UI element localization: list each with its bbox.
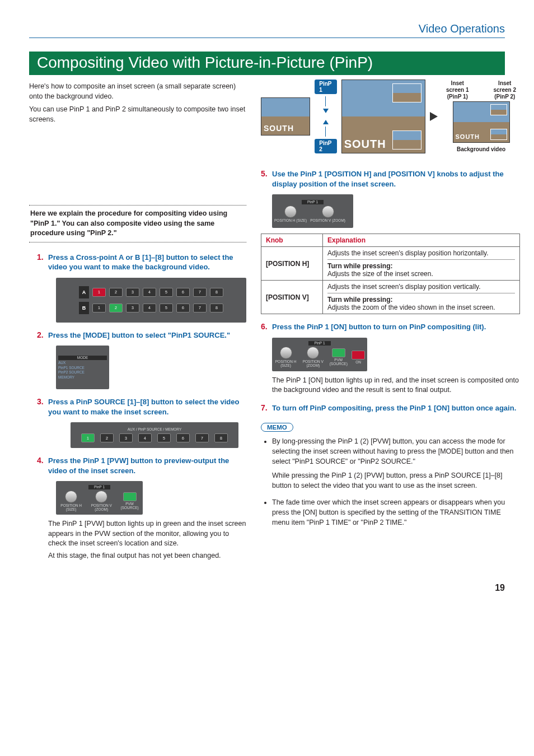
knob-v-line2: Adjusts the zoom of the video shown in t… [327, 304, 495, 311]
button-b4: 4 [143, 304, 156, 312]
knob-table-h2: Explanation [323, 234, 520, 247]
step-5: 5. Use the PinP 1 [POSITION H] and [POSI… [261, 169, 520, 228]
button-b7: 7 [193, 304, 207, 312]
src-7: 7 [195, 433, 209, 442]
mini-inset-2 [392, 130, 421, 150]
step-number: 7. [261, 403, 272, 412]
figure-crosspoint: A 1 2 3 4 5 6 7 8 B 1 2 3 [56, 278, 246, 323]
button-a1: 1 [92, 288, 106, 297]
knob-v-desc: Adjusts the inset screen's display posit… [323, 281, 520, 314]
knob-v-turn: Turn while pressing: [327, 296, 392, 304]
figure-source: AUX / PinP SOURCE / MEMORY 1 2 3 4 5 6 7… [71, 422, 238, 448]
step-6-body: The PinP 1 [ON] button lights up in red,… [272, 376, 520, 395]
page-number: 19 [29, 583, 505, 593]
inset2-line2: (PinP 2) [494, 94, 515, 100]
mini-inset-1 [392, 83, 421, 102]
inset1-label: Inset screen 1 (PinP 1) [442, 80, 473, 100]
step-number: 5. [261, 169, 272, 178]
step-text: Press a Cross-point A or B [1]–[8] butto… [48, 253, 246, 272]
row-b-label: B [79, 302, 89, 314]
note-box: Here we explain the procedure for compos… [29, 205, 246, 242]
knob-table: Knob Explanation [POSITION H] Adjusts th… [261, 234, 520, 314]
step-1: 1. Press a Cross-point A or B [1]–[8] bu… [37, 253, 246, 323]
inset2-line1: Inset screen 2 [493, 80, 516, 93]
step-text: Press the PinP 1 [ON] button to turn on … [272, 322, 486, 332]
pvw-label: PVW (SOURCE) [119, 502, 140, 510]
knob-position-h [284, 206, 297, 218]
step-4: 4. Press the PinP 1 [PVW] button to prev… [37, 456, 246, 561]
memo-label: MEMO [261, 423, 293, 432]
step-6: 6. Press the PinP 1 [ON] button to turn … [261, 322, 520, 395]
knob-h-name: [POSITION H] [261, 247, 323, 281]
src-8: 8 [214, 433, 228, 442]
step-number: 4. [37, 456, 48, 465]
step-text: Press the PinP 1 [PVW] button to preview… [48, 456, 246, 475]
src-4: 4 [138, 433, 152, 442]
button-b5: 5 [160, 304, 173, 312]
step-number: 2. [37, 330, 48, 339]
on-button [352, 351, 365, 360]
south-label: SOUTH [264, 124, 294, 133]
memo-item: By long-pressing the PinP 1 (2) [PVW] bu… [272, 436, 520, 491]
on-label: ON [355, 361, 361, 365]
knob-v-line1: Adjusts the inset screen's display posit… [327, 283, 515, 291]
step-number: 6. [261, 322, 272, 331]
src-5: 5 [157, 433, 171, 442]
pinp-panel-label: PinP 1 [88, 485, 110, 490]
inset2-label: Inset screen 2 (PinP 2) [490, 80, 521, 100]
page-title: Compositing Video with Picture-in-Pictur… [29, 52, 505, 75]
bg-video-label: Background video [457, 146, 505, 153]
button-a4: 4 [143, 288, 156, 297]
knob-h-line2: Adjusts the size of the inset screen. [327, 270, 433, 278]
mode-title: MODE [58, 356, 107, 361]
memo-item-1a: By long-pressing the PinP 1 (2) [PVW] bu… [272, 437, 514, 465]
pvw-label: PVW (SOURCE) [329, 358, 348, 366]
arrow-right-icon [430, 112, 438, 121]
knob-position-h [280, 347, 292, 359]
source-title: AUX / PinP SOURCE / MEMORY [128, 428, 182, 432]
step-text: To turn off PinP compositing, press the … [272, 403, 516, 413]
knob-position-h [65, 491, 77, 503]
pinp-panel-label: PinP 1 [308, 341, 330, 346]
button-b6: 6 [176, 304, 190, 312]
button-a5: 5 [160, 288, 173, 297]
button-a3: 3 [126, 288, 139, 297]
button-a6: 6 [176, 288, 190, 297]
south-label-big: SOUTH [344, 138, 386, 151]
mini-inset-1b [490, 104, 507, 115]
figure-on: PinP 1 POSITION H (SIZE) POSITION V (ZOO… [272, 338, 367, 371]
figure-mode: MODE AUX PinP1 SOURCE PinP2 SOURCE MEMOR… [56, 346, 109, 389]
step-number: 3. [37, 397, 48, 406]
knob-position-v [322, 206, 334, 218]
knob-h-desc: Adjusts the inset screen's display posit… [323, 247, 520, 281]
memo-item-1b: While pressing the PinP 1 (2) [PVW] butt… [272, 470, 520, 491]
step-4-body-1: The PinP 1 [PVW] button lights up in gre… [48, 519, 246, 549]
step-2: 2. Press the [MODE] button to select "Pi… [37, 330, 246, 390]
thumb-output: SOUTH [453, 101, 510, 143]
inset1-line1: Inset screen 1 [446, 80, 469, 93]
knob-label: POSITION V (ZOOM) [87, 504, 115, 511]
knob-position-v [95, 491, 107, 503]
knob-position-v [307, 347, 319, 359]
src-1: 1 [81, 433, 95, 442]
pinp2-badge: PinP 2 [315, 139, 336, 153]
pvw-button [123, 492, 137, 501]
knob-table-h1: Knob [261, 234, 323, 247]
figure-pvw: PinP 1 POSITION H (SIZE) POSITION V (ZOO… [56, 481, 143, 515]
mode-item: MEMORY [58, 376, 74, 380]
button-a8: 8 [210, 288, 223, 297]
step-3: 3. Press a PinP SOURCE [1]–[8] button to… [37, 397, 246, 448]
src-2: 2 [100, 433, 114, 442]
knob-label: POSITION V (ZOOM) [310, 219, 345, 223]
inset1-line2: (PinP 1) [447, 94, 468, 100]
knob-label: POSITION V (ZOOM) [301, 360, 325, 367]
button-b1: 1 [92, 304, 106, 312]
mode-item: AUX [58, 361, 65, 365]
step-text: Press the [MODE] button to select "PinP1… [48, 330, 230, 340]
mode-item: PinP1 SOURCE [58, 366, 85, 370]
button-a2: 2 [109, 288, 123, 297]
knob-label: POSITION H (SIZE) [58, 504, 84, 511]
south-label-small: SOUTH [456, 133, 480, 140]
pinp-panel-label: PinP 1 [302, 200, 324, 205]
memo-list: By long-pressing the PinP 1 (2) [PVW] bu… [263, 436, 520, 528]
